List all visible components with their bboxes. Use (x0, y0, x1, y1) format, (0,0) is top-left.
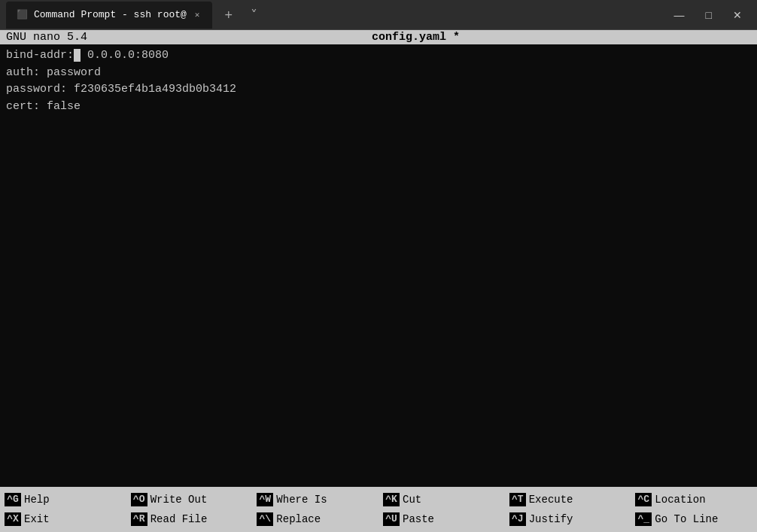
shortcut-key-readfile: ^R (131, 512, 147, 527)
text-cursor (74, 49, 81, 62)
shortcut-readfile[interactable]: ^R Read File (126, 511, 253, 528)
shortcut-key-help: ^G (5, 493, 21, 507)
shortcut-label-writeout: Write Out (150, 493, 208, 506)
shortcut-label-help: Help (24, 493, 50, 506)
shortcut-gotoline[interactable]: ^_ Go To Line (631, 511, 757, 528)
shortcut-key-writeout: ^O (131, 493, 147, 507)
shortcut-key-replace: ^\ (257, 512, 273, 527)
titlebar-left: ⬛ Command Prompt - ssh root@ ✕ + ˅ (6, 2, 665, 29)
terminal-area: GNU nano 5.4 config.yaml * bind-addr: 0.… (0, 30, 757, 487)
titlebar: ⬛ Command Prompt - ssh root@ ✕ + ˅ — □ ✕ (0, 0, 757, 30)
shortcut-help[interactable]: ^G Help (0, 491, 126, 509)
terminal-icon: ⬛ (17, 9, 28, 20)
shortcut-key-gotoline: ^_ (635, 512, 652, 527)
nano-line-3: password: f230635ef4b1a493db0b3412 (6, 81, 751, 99)
tab-close-button[interactable]: ✕ (193, 9, 202, 20)
maximize-button[interactable]: □ (697, 5, 721, 25)
shortcut-exit[interactable]: ^X Exit (0, 511, 126, 528)
nano-content[interactable]: bind-addr: 0.0.0.0:8080 auth: password p… (0, 44, 757, 482)
nano-version: GNU nano 5.4 (6, 31, 87, 44)
nano-statusbar-right (744, 31, 751, 44)
shortcut-label-whereis: Where Is (276, 493, 327, 506)
active-tab[interactable]: ⬛ Command Prompt - ssh root@ ✕ (6, 2, 212, 29)
dropdown-button[interactable]: ˅ (245, 5, 263, 25)
shortcut-label-location: Location (655, 493, 705, 506)
shortcuts-col-5: ^T Execute ^J Justify (505, 487, 631, 532)
shortcut-label-justify: Justify (529, 512, 573, 526)
nano-line-1: bind-addr: 0.0.0.0:8080 (6, 47, 751, 65)
minimize-button[interactable]: — (665, 5, 694, 25)
shortcuts-col-3: ^W Where Is ^\ Replace (252, 487, 378, 532)
shortcut-label-cut: Cut (403, 493, 421, 506)
shortcuts-bar: ^G Help ^X Exit ^O Write Out ^R Read Fil… (0, 487, 757, 532)
shortcut-label-replace: Replace (276, 512, 321, 526)
nano-filename: config.yaml * (87, 31, 744, 44)
shortcut-key-location: ^C (635, 493, 652, 507)
shortcut-cut[interactable]: ^K Cut (378, 491, 505, 509)
shortcut-location[interactable]: ^C Location (631, 491, 757, 509)
shortcut-key-exit: ^X (5, 512, 21, 527)
shortcuts-col-1: ^G Help ^X Exit (0, 487, 126, 532)
shortcut-label-paste: Paste (403, 512, 434, 526)
shortcut-label-execute: Execute (529, 493, 573, 506)
shortcut-label-readfile: Read File (150, 512, 208, 526)
tab-label: Command Prompt - ssh root@ (34, 9, 187, 20)
new-tab-button[interactable]: + (218, 5, 239, 25)
shortcut-label-gotoline: Go To Line (655, 512, 718, 526)
shortcut-key-whereis: ^W (257, 493, 273, 507)
shortcut-paste[interactable]: ^U Paste (378, 511, 505, 528)
shortcut-whereis[interactable]: ^W Where Is (252, 491, 378, 509)
shortcut-execute[interactable]: ^T Execute (505, 491, 631, 509)
shortcuts-col-2: ^O Write Out ^R Read File (126, 487, 253, 532)
shortcuts-col-6: ^C Location ^_ Go To Line (631, 487, 757, 532)
shortcut-replace[interactable]: ^\ Replace (252, 511, 378, 528)
shortcut-justify[interactable]: ^J Justify (505, 511, 631, 528)
shortcut-writeout[interactable]: ^O Write Out (126, 491, 253, 509)
close-button[interactable]: ✕ (724, 5, 751, 25)
shortcut-key-execute: ^T (509, 493, 526, 507)
shortcuts-col-4: ^K Cut ^U Paste (378, 487, 505, 532)
shortcut-label-exit: Exit (24, 512, 50, 526)
shortcut-key-justify: ^J (509, 512, 526, 527)
shortcut-key-paste: ^U (383, 512, 400, 527)
nano-line-4: cert: false (6, 99, 751, 116)
nano-line-2: auth: password (6, 65, 751, 82)
nano-statusbar: GNU nano 5.4 config.yaml * (0, 30, 757, 44)
shortcut-key-cut: ^K (383, 493, 400, 507)
window-controls: — □ ✕ (665, 5, 751, 25)
